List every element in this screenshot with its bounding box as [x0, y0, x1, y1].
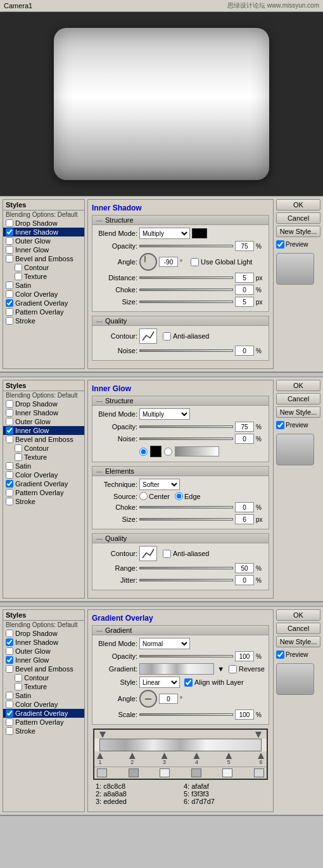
- distance-input[interactable]: [235, 273, 254, 283]
- swatch-4[interactable]: [191, 768, 201, 777]
- preview-check-2[interactable]: [276, 421, 284, 429]
- outer-glow-check-3[interactable]: [6, 647, 13, 655]
- color-stop-1[interactable]: 1: [97, 753, 103, 765]
- color-overlay-check-2[interactable]: [6, 471, 13, 479]
- opacity-stop-left[interactable]: [99, 732, 106, 738]
- drop-shadow-check-2[interactable]: [6, 400, 13, 408]
- sidebar-item-texture-3[interactable]: Texture: [3, 682, 84, 691]
- sidebar-item-drop-shadow-3[interactable]: Drop Shadow: [3, 629, 84, 638]
- sidebar-item-blending-2[interactable]: Blending Options: Default: [3, 391, 84, 399]
- sidebar-item-gradient-overlay-3[interactable]: Gradient Overlay: [3, 709, 84, 718]
- size-slider[interactable]: [139, 301, 233, 303]
- sidebar-item-pattern-overlay-3[interactable]: Pattern Overlay: [3, 718, 84, 727]
- preview-check-3[interactable]: [276, 651, 284, 659]
- outer-glow-check-1[interactable]: [6, 237, 13, 245]
- swatch-1[interactable]: [97, 768, 107, 777]
- satin-check-2[interactable]: [6, 462, 13, 470]
- pattern-overlay-check-3[interactable]: [6, 718, 13, 726]
- ig-noise-input[interactable]: [235, 434, 254, 444]
- sidebar-item-texture-1[interactable]: Texture: [3, 272, 84, 281]
- sidebar-item-inner-glow-3[interactable]: Inner Glow: [3, 656, 84, 664]
- inner-glow-check-3[interactable]: [6, 656, 13, 664]
- sidebar-item-satin-1[interactable]: Satin: [3, 281, 84, 290]
- go-blend-mode-select[interactable]: Normal: [139, 638, 190, 649]
- sidebar-item-color-overlay-2[interactable]: Color Overlay: [3, 470, 84, 479]
- swatch-3[interactable]: [160, 768, 170, 777]
- swatch-6[interactable]: [254, 768, 264, 777]
- sidebar-item-color-overlay-1[interactable]: Color Overlay: [3, 290, 84, 299]
- swatch-2[interactable]: [129, 768, 139, 777]
- sidebar-item-bevel-2[interactable]: Bevel and Emboss: [3, 435, 84, 444]
- contour-check-2[interactable]: [15, 444, 22, 452]
- ig-technique-select[interactable]: Softer: [139, 479, 180, 490]
- sidebar-item-inner-shadow-2[interactable]: Inner Shadow: [3, 408, 84, 417]
- go-angle-input[interactable]: [159, 694, 178, 704]
- preview-check-1[interactable]: [276, 240, 284, 249]
- cancel-button-3[interactable]: Cancel: [276, 623, 320, 634]
- satin-check-1[interactable]: [6, 282, 13, 289]
- ig-opacity-input[interactable]: [235, 422, 254, 432]
- sidebar-item-bevel-1[interactable]: Bevel and Emboss: [3, 254, 84, 263]
- sidebar-item-pattern-overlay-1[interactable]: Pattern Overlay: [3, 308, 84, 316]
- ig-opacity-slider[interactable]: [139, 425, 233, 428]
- angle-input[interactable]: [159, 257, 178, 267]
- ig-size-slider[interactable]: [139, 518, 233, 521]
- sidebar-item-bevel-3[interactable]: Bevel and Emboss: [3, 664, 84, 673]
- sidebar-item-stroke-3[interactable]: Stroke: [3, 727, 84, 735]
- sidebar-item-inner-glow-2[interactable]: Inner Glow: [3, 426, 84, 435]
- sidebar-item-outer-glow-2[interactable]: Outer Glow: [3, 417, 84, 426]
- go-angle-wheel[interactable]: [139, 690, 157, 708]
- color-overlay-check-1[interactable]: [6, 290, 13, 298]
- new-style-button-3[interactable]: New Style...: [276, 636, 320, 647]
- inner-glow-check-2[interactable]: [6, 427, 13, 434]
- cancel-button-1[interactable]: Cancel: [276, 212, 320, 224]
- opacity-slider[interactable]: [139, 245, 233, 247]
- color-stop-6[interactable]: 6: [258, 753, 264, 765]
- go-scale-input[interactable]: [235, 709, 254, 720]
- go-opacity-slider[interactable]: [139, 655, 233, 657]
- satin-check-3[interactable]: [6, 692, 13, 699]
- color-stop-5[interactable]: 5: [225, 753, 232, 765]
- contour-thumb[interactable]: [139, 328, 157, 344]
- sidebar-item-drop-shadow-2[interactable]: Drop Shadow: [3, 399, 84, 408]
- ig-contour-thumb[interactable]: [139, 546, 157, 561]
- gradient-overlay-check-3[interactable]: [6, 709, 13, 717]
- stroke-check-3[interactable]: [6, 727, 13, 735]
- color-stop-2[interactable]: 2: [129, 753, 136, 765]
- color-overlay-check-3[interactable]: [6, 701, 13, 708]
- pattern-overlay-check-1[interactable]: [6, 308, 13, 316]
- sidebar-item-stroke-1[interactable]: Stroke: [3, 316, 84, 325]
- ok-button-2[interactable]: OK: [276, 380, 320, 391]
- go-style-select[interactable]: Linear: [139, 677, 180, 688]
- texture-check-3[interactable]: [15, 683, 22, 690]
- cancel-button-2[interactable]: Cancel: [276, 393, 320, 405]
- ig-jitter-slider[interactable]: [139, 579, 233, 581]
- choke-slider[interactable]: [139, 288, 233, 291]
- sidebar-item-pattern-overlay-2[interactable]: Pattern Overlay: [3, 488, 84, 497]
- ig-solid-radio[interactable]: [139, 448, 148, 456]
- swatch-5[interactable]: [222, 768, 232, 777]
- sidebar-item-outer-glow-3[interactable]: Outer Glow: [3, 647, 84, 656]
- blend-mode-select[interactable]: Multiply: [139, 228, 190, 239]
- sidebar-item-stroke-2[interactable]: Stroke: [3, 497, 84, 506]
- distance-slider[interactable]: [139, 276, 233, 279]
- outer-glow-check-2[interactable]: [6, 418, 13, 425]
- pattern-overlay-check-2[interactable]: [6, 489, 13, 496]
- bevel-check-2[interactable]: [6, 436, 13, 443]
- sidebar-item-contour-2[interactable]: Contour: [3, 444, 84, 453]
- angle-wheel[interactable]: [139, 253, 157, 271]
- ig-edge-radio[interactable]: [175, 492, 183, 500]
- ig-gradient-swatch[interactable]: [175, 446, 219, 457]
- anti-aliased-check[interactable]: [163, 332, 171, 340]
- bevel-check-1[interactable]: [6, 255, 13, 262]
- contour-check-1[interactable]: [15, 264, 22, 271]
- gradient-overlay-check-2[interactable]: [6, 480, 13, 488]
- sidebar-item-inner-shadow-3[interactable]: Inner Shadow: [3, 638, 84, 647]
- noise-slider[interactable]: [139, 349, 233, 352]
- sidebar-item-inner-shadow-1[interactable]: Inner Shadow: [3, 228, 84, 236]
- go-gradient-bar[interactable]: [139, 663, 214, 675]
- sidebar-item-satin-3[interactable]: Satin: [3, 691, 84, 700]
- sidebar-item-gradient-overlay-1[interactable]: Gradient Overlay: [3, 299, 84, 308]
- sidebar-item-blending-3[interactable]: Blending Options: Default: [3, 621, 84, 629]
- sidebar-item-inner-glow-1[interactable]: Inner Glow: [3, 245, 84, 254]
